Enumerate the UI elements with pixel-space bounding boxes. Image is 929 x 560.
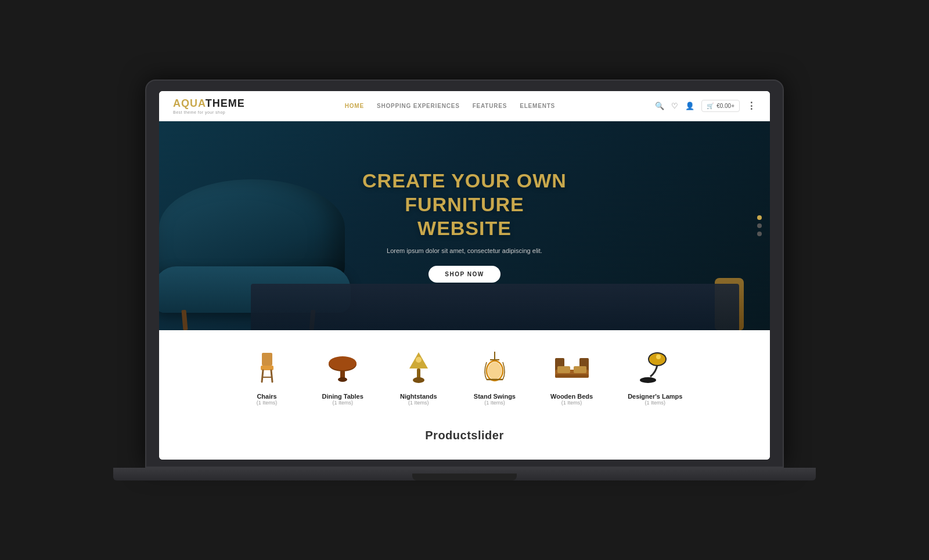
logo[interactable]: AQUATHEME Best theme for your shop [173,97,245,114]
logo-theme: THEME [206,97,245,109]
dining-tables-name: Dining Tables [322,393,363,400]
hero-title-line1: CREATE YOUR OWN FURNITURE [362,169,567,215]
svg-point-12 [416,357,422,363]
logo-tagline: Best theme for your shop [173,110,245,114]
categories-section: Chairs (1 Items) Dining Tables (1 [159,330,770,417]
nav-item-shopping[interactable]: SHOPPING EXPERIENCES [377,103,460,109]
nav-links: HOME SHOPPING EXPERIENCES FEATURES ELEME… [345,103,555,109]
hero-section: CREATE YOUR OWN FURNITURE WEBSITE Lorem … [159,121,770,330]
navbar: AQUATHEME Best theme for your shop HOME … [159,91,770,121]
stand-swings-icon [482,351,507,385]
cart-total: €0.00+ [716,103,734,109]
product-slider-section: Productslider [159,417,770,460]
svg-point-16 [488,362,502,380]
nightstands-name: Nightstands [400,393,437,400]
chairs-name: Chairs [257,393,276,400]
svg-point-11 [413,377,424,383]
nightstands-count: (1 Items) [408,400,429,406]
category-nightstands[interactable]: Nightstands (1 Items) [398,348,439,406]
svg-point-6 [329,356,357,370]
chairs-icon-wrap [247,348,287,388]
category-chairs[interactable]: Chairs (1 Items) [247,348,287,406]
chairs-count: (1 Items) [257,400,278,406]
dining-tables-icon-wrap [322,348,363,388]
slider-dot-1[interactable] [757,215,762,220]
nav-item-features[interactable]: FEATURES [473,103,507,109]
logo-text: AQUATHEME [173,97,245,110]
laptop-notch [412,474,517,480]
hero-rug [251,284,740,330]
hero-title: CREATE YOUR OWN FURNITURE WEBSITE [319,169,610,240]
svg-rect-0 [262,353,272,366]
category-stand-swings[interactable]: Stand Swings (1 Items) [474,348,516,406]
svg-rect-23 [555,374,589,378]
chairs-icon [255,352,279,384]
sofa-leg-left [181,310,188,330]
nightstands-icon [407,351,430,385]
designers-lamps-icon-wrap [635,348,675,388]
nav-item-home[interactable]: HOME [345,103,364,109]
wooden-beds-name: Wooden Beds [550,393,593,400]
wooden-beds-icon-wrap [552,348,592,388]
shop-now-button[interactable]: ShOP Now [429,266,500,283]
slider-dot-2[interactable] [757,223,762,228]
category-dining-tables[interactable]: Dining Tables (1 Items) [322,348,363,406]
stand-swings-name: Stand Swings [474,393,516,400]
dining-tables-count: (1 Items) [332,400,353,406]
screen-content: AQUATHEME Best theme for your shop HOME … [159,91,770,460]
dining-tables-icon [326,353,359,383]
svg-line-2 [262,370,263,382]
svg-line-3 [271,370,272,382]
designers-lamps-icon [640,351,670,385]
hero-content: CREATE YOUR OWN FURNITURE WEBSITE Lorem … [319,169,610,282]
hero-title-line2: WEBSITE [417,217,512,239]
stand-swings-count: (1 Items) [484,400,505,406]
cart-button[interactable]: 🛒 €0.00+ [701,100,740,112]
logo-aqua: AQUA [173,97,206,109]
laptop-wrapper: AQUATHEME Best theme for your shop HOME … [145,80,784,480]
laptop-bezel: AQUATHEME Best theme for your shop HOME … [145,80,784,468]
nightstands-icon-wrap [398,348,439,388]
slider-dots [757,215,762,236]
category-designers-lamps[interactable]: Designer's Lamps (1 Items) [628,348,682,406]
hero-subtitle: Lorem ipsum dolor sit amet, consectetur … [319,247,610,254]
wishlist-icon[interactable]: ♡ [671,102,678,110]
wooden-beds-count: (1 Items) [561,400,582,406]
svg-point-26 [640,377,656,383]
svg-point-8 [338,377,347,382]
wooden-beds-icon [554,353,590,382]
search-icon[interactable]: 🔍 [655,102,664,110]
designers-lamps-name: Designer's Lamps [628,393,682,400]
svg-rect-22 [574,366,586,373]
svg-rect-21 [557,366,570,373]
nav-actions: 🔍 ♡ 👤 🛒 €0.00+ ⋮ [655,100,756,112]
designers-lamps-count: (1 Items) [645,400,666,406]
svg-point-27 [656,355,661,359]
category-wooden-beds[interactable]: Wooden Beds (1 Items) [550,348,593,406]
stand-swings-icon-wrap [474,348,515,388]
laptop-base [113,468,816,480]
nav-item-elements[interactable]: ELEMENTS [520,103,555,109]
more-options-icon[interactable]: ⋮ [747,100,756,111]
cart-icon: 🛒 [707,103,714,109]
product-slider-title: Productslider [182,429,747,442]
slider-dot-3[interactable] [757,232,762,236]
account-icon[interactable]: 👤 [685,102,694,110]
